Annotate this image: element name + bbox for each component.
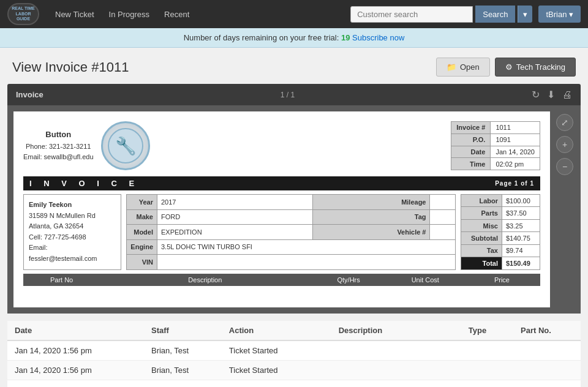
search-button[interactable]: Search bbox=[475, 6, 515, 23]
trial-text: Number of days remaining on your free tr… bbox=[184, 33, 339, 42]
parts-col-price: Price bbox=[464, 274, 540, 286]
table-row: Engine 3.5L DOHC TWIN TURBO SFI bbox=[127, 239, 456, 255]
page-header: View Invoice #1011 📁 Open ⚙ Tech Trackin… bbox=[0, 48, 588, 84]
totals-label-total: Total bbox=[461, 257, 502, 269]
company-name: Button bbox=[45, 130, 71, 139]
customer-box: Emily Teekon 31589 N McMullen Rd Atlanta… bbox=[23, 194, 121, 270]
totals-label-misc: Misc bbox=[461, 219, 502, 231]
table-row: Parts $37.50 bbox=[461, 207, 540, 219]
activity-cell-date: Jan 14, 2020 1:56 pm bbox=[7, 361, 144, 380]
info-value-invoice: 1011 bbox=[491, 122, 540, 134]
vehicle-value-tag bbox=[430, 209, 456, 225]
open-button-label: Open bbox=[460, 62, 480, 72]
logo-image: REAL TIME LABOR GUIDE bbox=[7, 3, 39, 25]
customer-address1: 31589 N McMullen Rd bbox=[29, 212, 96, 219]
activity-table: Date Staff Action Description Type Part … bbox=[7, 321, 581, 387]
parts-col-partno: Part No bbox=[23, 274, 100, 286]
invoice-company-info: Button Phone: 321-321-3211 Email: sewall… bbox=[23, 129, 94, 163]
zoom-out-button[interactable]: − bbox=[556, 158, 573, 175]
activity-cell-staff: Brian, Test bbox=[144, 361, 222, 380]
table-row: Jan 14, 2020 1:56 pmBrian, TestTicket St… bbox=[7, 361, 581, 380]
table-header-row: Date Staff Action Description Type Part … bbox=[7, 321, 581, 340]
vehicle-label-tag: Tag bbox=[312, 209, 430, 225]
col-staff: Staff bbox=[144, 321, 222, 340]
parts-col-unitcost: Unit Cost bbox=[387, 274, 464, 286]
col-action: Action bbox=[222, 321, 331, 340]
vehicle-label-engine: Engine bbox=[127, 239, 157, 255]
activity-cell-part_no bbox=[513, 361, 581, 380]
invoice-right-toolbar: ⤢ + − bbox=[555, 111, 575, 307]
search-input[interactable] bbox=[350, 6, 473, 23]
vehicle-value-mileage bbox=[430, 195, 456, 210]
col-partno: Part No. bbox=[513, 321, 581, 340]
company-email: Email: sewallb@ufl.edu bbox=[23, 153, 94, 160]
totals-value-total: $150.49 bbox=[502, 257, 540, 269]
totals-total-row: Total $150.49 bbox=[461, 257, 540, 269]
tech-tracking-label: Tech Tracking bbox=[516, 62, 565, 72]
activity-cell-type bbox=[461, 340, 513, 361]
activity-cell-part_no bbox=[513, 380, 581, 388]
open-button[interactable]: 📁 Open bbox=[436, 58, 490, 77]
nav-in-progress[interactable]: In Progress bbox=[103, 6, 156, 23]
vehicle-label-mileage: Mileage bbox=[312, 195, 430, 210]
invoice-container: Invoice 1 / 1 ↻ ⬇ 🖨 Button Phone: 321-32… bbox=[7, 84, 581, 314]
vehicle-value-vehicleno bbox=[430, 225, 456, 240]
trial-days: 19 bbox=[341, 33, 350, 42]
table-row: Model EXPEDITION Vehicle # bbox=[127, 225, 456, 240]
nav-recent[interactable]: Recent bbox=[158, 6, 195, 23]
invoice-scroll: Button Phone: 321-321-3211 Email: sewall… bbox=[13, 111, 550, 307]
parts-col-description: Description bbox=[100, 274, 310, 286]
gear-icon: ⚙ bbox=[505, 62, 513, 72]
zoom-fit-button[interactable]: ⤢ bbox=[556, 114, 573, 131]
customer-name: Emily Teekon bbox=[29, 201, 72, 208]
parts-table-header: Part No Description Qty/Hrs Unit Cost Pr… bbox=[23, 274, 540, 286]
table-row: Labor $100.00 bbox=[461, 195, 540, 207]
invoice-top-section: Button Phone: 321-321-3211 Email: sewall… bbox=[23, 121, 540, 170]
invoice-panel-header: Invoice 1 / 1 ↻ ⬇ 🖨 bbox=[7, 84, 581, 105]
vehicle-value-make: FORD bbox=[157, 209, 313, 225]
download-icon-btn[interactable]: ⬇ bbox=[547, 89, 555, 100]
vehicle-value-model: EXPEDITION bbox=[157, 225, 313, 240]
invoice-company-logo: Button Phone: 321-321-3211 Email: sewall… bbox=[23, 121, 150, 170]
company-phone: Phone: 321-321-3211 bbox=[26, 143, 91, 150]
totals-value-labor: $100.00 bbox=[502, 195, 540, 207]
header-buttons: 📁 Open ⚙ Tech Tracking bbox=[436, 58, 576, 77]
invoice-banner: I N V O I C E Page 1 of 1 bbox=[23, 176, 540, 190]
table-row: Tax $9.74 bbox=[461, 244, 540, 257]
info-label-po: P.O. bbox=[451, 133, 491, 146]
tech-tracking-button[interactable]: ⚙ Tech Tracking bbox=[495, 58, 576, 77]
invoice-logo-image: 🔧 bbox=[101, 121, 150, 170]
totals-value-parts: $37.50 bbox=[502, 207, 540, 219]
invoice-label: Invoice bbox=[16, 90, 43, 99]
col-description: Description bbox=[331, 321, 461, 340]
table-row: VIN bbox=[127, 255, 456, 270]
col-date: Date bbox=[7, 321, 144, 340]
vehicle-label-vin: VIN bbox=[127, 255, 157, 270]
totals-value-tax: $9.74 bbox=[502, 244, 540, 257]
info-label-time: Time bbox=[451, 158, 491, 170]
top-navigation: REAL TIME LABOR GUIDE New Ticket In Prog… bbox=[0, 0, 588, 28]
search-area: Search ▾ tBrian ▾ bbox=[350, 6, 581, 23]
invoice-banner-text: I N V O I C E bbox=[29, 179, 139, 188]
activity-cell-part_no bbox=[513, 340, 581, 361]
col-type: Type bbox=[461, 321, 513, 340]
invoice-banner-page: Page 1 of 1 bbox=[495, 180, 534, 187]
user-menu-button[interactable]: tBrian ▾ bbox=[538, 6, 581, 23]
info-label-invoice: Invoice # bbox=[451, 122, 491, 134]
totals-value-subtotal: $140.75 bbox=[502, 232, 540, 244]
zoom-in-button[interactable]: + bbox=[556, 136, 573, 153]
info-value-po: 1091 bbox=[491, 133, 540, 146]
customer-cell: Cell: 727-725-4698 bbox=[29, 233, 86, 241]
search-dropdown-button[interactable]: ▾ bbox=[518, 6, 532, 23]
totals-value-misc: $3.25 bbox=[502, 219, 540, 231]
print-icon-btn[interactable]: 🖨 bbox=[562, 89, 572, 100]
activity-cell-action: Ticket Started bbox=[222, 361, 331, 380]
subscribe-link[interactable]: Subscribe now bbox=[352, 33, 404, 42]
wrench-fist-icon: 🔧 bbox=[107, 127, 144, 164]
table-row: Make FORD Tag bbox=[127, 209, 456, 225]
trial-banner: Number of days remaining on your free tr… bbox=[0, 28, 588, 48]
activity-cell-staff: Brian, Test bbox=[144, 380, 222, 388]
refresh-icon-btn[interactable]: ↻ bbox=[532, 89, 540, 100]
nav-new-ticket[interactable]: New Ticket bbox=[49, 6, 100, 23]
activity-table-body: Jan 14, 2020 1:56 pmBrian, TestTicket St… bbox=[7, 340, 581, 387]
